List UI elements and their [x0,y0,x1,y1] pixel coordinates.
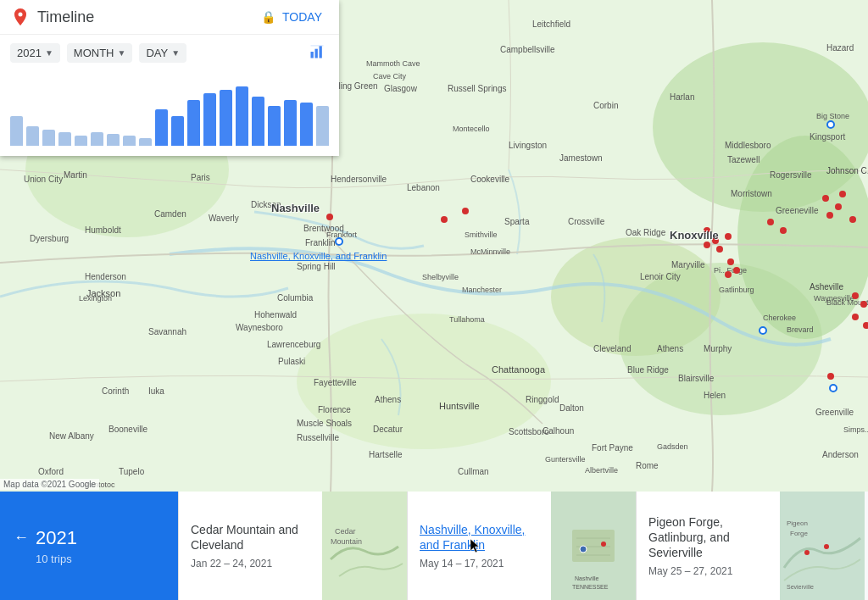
svg-text:Mammoth Cave: Mammoth Cave [366,59,420,68]
bar-8 [139,138,152,146]
svg-text:Hazard: Hazard [826,43,854,53]
svg-text:Camden: Camden [154,209,186,219]
trips-count: 10 trips [14,553,164,565]
trip-card-2-dates: May 14 – 17, 2021 [420,558,539,569]
today-button[interactable]: TODAY [275,7,329,27]
bar-4 [75,136,87,146]
knoxville-city-label: Knoxville [670,229,719,242]
svg-text:Franklin: Franklin [305,238,336,247]
svg-text:Lawrenceburg: Lawrenceburg [267,340,320,349]
svg-text:Waynesboro: Waynesboro [236,323,283,332]
svg-rect-110 [311,46,324,47]
svg-point-124 [804,550,810,555]
bar-17 [284,100,297,146]
bar-15 [252,97,264,146]
svg-text:Pulaski: Pulaski [278,357,305,366]
bar-1 [26,126,39,146]
day-filter[interactable]: DAY ▼ [139,43,186,63]
location-dot [852,292,859,299]
header-top: Timeline 🔒 TODAY [0,0,339,35]
svg-text:Asheville: Asheville [810,282,843,292]
svg-text:Hohenwald: Hohenwald [254,310,297,319]
svg-text:Pigeon: Pigeon [787,519,808,527]
svg-text:Florence: Florence [318,405,351,414]
svg-rect-109 [320,46,322,58]
svg-text:Waverly: Waverly [209,214,239,223]
svg-text:Simps...: Simps... [843,425,868,434]
day-chevron-icon: ▼ [171,48,180,58]
trip-card-3-title: Pigeon Forge, Gatlinburg, and Seviervill… [648,514,768,561]
svg-text:Athens: Athens [657,344,683,353]
bar-12 [203,93,216,146]
svg-text:Hendersonville: Hendersonville [331,175,387,184]
svg-text:Cullman: Cullman [458,467,489,476]
svg-text:New Albany: New Albany [49,431,94,441]
svg-text:Manchester: Manchester [462,286,502,294]
route-label[interactable]: Nashville, Knoxville, and Franklin [250,251,387,261]
svg-text:Fayetteville: Fayetteville [314,378,357,387]
svg-text:Chattanooga: Chattanooga [492,364,546,375]
trip-card-1-thumbnail: Cedar Mountain [322,492,407,600]
location-dot [727,258,734,265]
year-label: 2021 [36,527,77,549]
svg-point-119 [601,542,606,547]
svg-text:McMinnville: McMinnville [470,247,510,256]
location-dot [827,373,834,380]
location-dot [725,271,732,278]
bar-19 [316,106,329,146]
location-dot [441,216,448,223]
svg-text:Paris: Paris [191,173,210,182]
location-dot [326,214,333,220]
location-dot [725,233,732,240]
svg-text:Cleveland: Cleveland [593,344,631,353]
svg-text:Johnson C...: Johnson C... [826,166,868,175]
bar-11 [187,100,200,146]
svg-rect-115 [572,530,615,562]
svg-text:Murphy: Murphy [704,344,732,353]
google-maps-icon [10,7,31,27]
svg-text:Lenoir City: Lenoir City [640,272,681,281]
svg-text:Helen: Helen [704,391,726,400]
chart-icon-button[interactable] [305,40,329,66]
trip-card-1-text: Cedar Mountain and Cleveland Jan 22 – 24… [179,492,322,600]
bar-6 [107,134,120,146]
trip-card-2-thumbnail: Nashville TENNESSEE [551,492,636,600]
svg-text:Gadsden: Gadsden [657,442,688,451]
svg-text:Harlan: Harlan [670,92,694,102]
year-nav: ← 2021 [14,527,164,549]
location-dot [860,301,867,308]
svg-text:Rome: Rome [636,461,659,470]
svg-text:Cookeville: Cookeville [470,175,510,184]
svg-text:Cedar: Cedar [335,527,356,536]
svg-text:Montecello: Montecello [453,125,490,133]
back-button[interactable]: ← [14,529,29,547]
svg-text:Albertville: Albertville [585,466,618,475]
svg-text:Anderson: Anderson [822,450,859,459]
location-dot-home [829,384,837,392]
year-filter[interactable]: 2021 ▼ [10,43,60,63]
svg-text:Lexington: Lexington [79,294,112,303]
svg-text:Hartselle: Hartselle [369,450,403,459]
svg-text:Oak Ridge: Oak Ridge [626,228,666,237]
lock-icon: 🔒 [261,10,275,24]
svg-text:Rogersville: Rogersville [770,170,812,180]
svg-text:Tupelo: Tupelo [119,467,145,476]
filter-bar: 2021 ▼ MONTH ▼ DAY ▼ [0,35,339,71]
svg-text:Booneville: Booneville [108,425,148,434]
svg-text:Blairsville: Blairsville [678,374,715,383]
bar-10 [171,116,184,146]
trip-card-2-link[interactable]: Nashville, Knoxville, and Franklin [420,523,526,552]
trip-card-3[interactable]: Pigeon Forge, Gatlinburg, and Seviervill… [636,492,865,600]
svg-text:Scottsboro: Scottsboro [509,427,549,436]
svg-text:Tullahoma: Tullahoma [449,315,485,324]
trip-card-2[interactable]: Nashville, Knoxville, and Franklin May 1… [407,492,636,600]
trip-card-1[interactable]: Cedar Mountain and Cleveland Jan 22 – 24… [178,492,407,600]
svg-text:Big Stone: Big Stone [816,112,849,120]
svg-text:Shelbyville: Shelbyville [422,273,459,281]
bar-chart-bars [10,78,329,146]
svg-text:Cherokee: Cherokee [763,314,796,322]
month-filter[interactable]: MONTH ▼ [67,43,133,63]
year-panel: ← 2021 10 trips [0,492,178,600]
location-dot [704,242,710,248]
page-title: Timeline [37,8,254,26]
